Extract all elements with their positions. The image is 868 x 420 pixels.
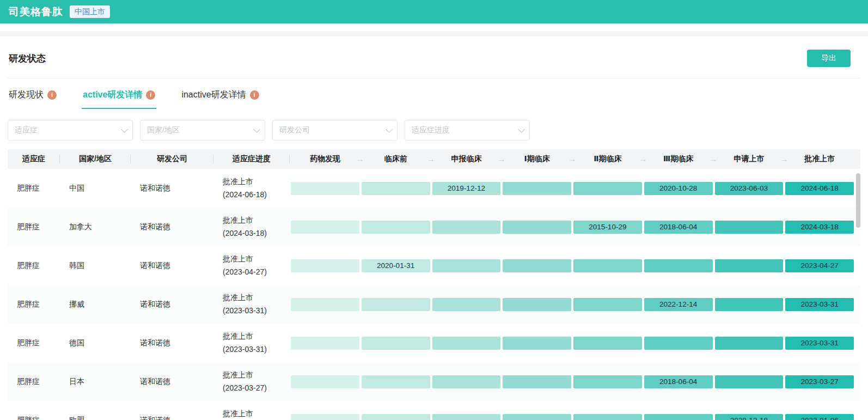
column-header: 适应症 [8, 149, 60, 169]
progress-status: 批准上市 [223, 369, 290, 382]
page-band [0, 31, 868, 36]
stage-segment [291, 298, 359, 311]
stage-segment [291, 375, 359, 388]
info-icon[interactable]: i [250, 90, 259, 100]
stage-cell [290, 375, 360, 388]
section-header: 研发状态 导出 [8, 36, 860, 78]
filter-placeholder: 适应症进度 [412, 125, 450, 135]
cell-region: 韩国 [60, 259, 131, 272]
tab[interactable]: active研发详情 i [82, 81, 156, 109]
stage-cell: 2023-06-03 [714, 182, 785, 195]
stage-cell: 2020-10-28 [643, 182, 714, 195]
stage-cell [431, 337, 502, 350]
stage-cell [572, 337, 643, 350]
stage-segment [573, 298, 642, 311]
stage-column-header: 批准上市 → [784, 149, 855, 169]
stage-segment [715, 221, 784, 234]
cell-progress: 批准上市 (2023-03-27) [213, 369, 290, 395]
stage-segment: 2023-03-31 [785, 337, 854, 350]
stage-cell [643, 414, 714, 420]
stage-cell [502, 337, 572, 350]
progress-status: 批准上市 [223, 407, 290, 420]
cell-company: 诺和诺德 [131, 221, 213, 234]
progress-status: 批准上市 [223, 253, 290, 266]
tab-label: active研发详情 [83, 89, 142, 101]
stage-segment: 2022-12-14 [644, 298, 713, 311]
stage-cell [290, 298, 360, 311]
cell-region: 挪威 [60, 298, 131, 311]
stage-segment: 2018-06-04 [644, 221, 713, 234]
stage-segment [432, 221, 501, 234]
stage-segment [644, 414, 713, 420]
stage-column-label: Ⅱ期临床 [594, 154, 621, 164]
table-row: 肥胖症 德国 诺和诺德 批准上市 (2023-03-31) 2023-03-31 [8, 324, 860, 362]
stage-segment: 2022-01-06 [785, 414, 854, 420]
tab[interactable]: inactive研发详情 i [180, 81, 260, 109]
stage-column-header: Ⅰ期临床 → [502, 149, 572, 169]
stage-column-label: Ⅲ期临床 [663, 154, 693, 164]
stage-segment: 2024-03-18 [785, 221, 854, 234]
stage-cell [431, 375, 502, 388]
cell-company: 诺和诺德 [131, 414, 213, 420]
stage-column-label: 批准上市 [804, 154, 835, 164]
column-header: 研发公司 [131, 149, 213, 169]
stage-cell [360, 337, 431, 350]
stage-segment [573, 375, 642, 388]
table-row: 肥胖症 中国 诺和诺德 批准上市 (2024-06-18) 2019-12-12… [8, 169, 860, 208]
cell-company: 诺和诺德 [131, 375, 213, 388]
cell-progress: 批准上市 (2024-06-18) [213, 175, 290, 202]
stage-cell [714, 337, 785, 350]
stage-cell [572, 298, 643, 311]
stage-segment [503, 414, 571, 420]
info-icon[interactable]: i [47, 90, 57, 100]
stage-segment [503, 259, 571, 272]
filter-placeholder: 研发公司 [279, 125, 310, 135]
stage-cell [714, 375, 785, 388]
stage-segment [644, 259, 713, 272]
cell-company: 诺和诺德 [131, 298, 213, 311]
progress-status: 批准上市 [223, 175, 290, 188]
stage-cell [290, 259, 360, 272]
filter-dropdown[interactable]: 研发公司 [272, 120, 398, 141]
rd-status-card: 研发状态 导出 研发现状 i active研发详情 i inactive研发详情… [0, 36, 868, 420]
info-icon[interactable]: i [146, 90, 155, 100]
chevron-down-icon [518, 126, 525, 133]
cell-indication: 肥胖症 [8, 375, 60, 388]
topbar: 司美格鲁肽 中国上市 [0, 0, 868, 23]
stage-cell: 2023-03-31 [784, 298, 855, 311]
filter-dropdown[interactable]: 国家/地区 [140, 120, 265, 141]
spacer [0, 23, 868, 31]
stage-cell [572, 182, 643, 195]
stage-segment [362, 414, 430, 420]
column-header: 国家/地区 [60, 149, 131, 169]
stage-segment [573, 259, 642, 272]
stage-segment: 2015-10-29 [573, 221, 642, 234]
stage-segment [503, 182, 571, 195]
export-button[interactable]: 导出 [807, 50, 851, 67]
stage-segment [715, 375, 784, 388]
section-title: 研发状态 [9, 52, 46, 65]
stage-cell [360, 414, 431, 420]
stage-cell [643, 259, 714, 272]
vertical-scrollbar[interactable] [856, 173, 860, 228]
stage-segment: 2023-06-03 [715, 182, 784, 195]
filter-dropdown[interactable]: 适应症 [8, 120, 133, 141]
stage-cell [431, 414, 502, 420]
stage-cell [360, 221, 431, 234]
stage-cell [572, 375, 643, 388]
stage-segment [362, 298, 430, 311]
progress-status: 批准上市 [223, 214, 290, 227]
table-row: 肥胖症 挪威 诺和诺德 批准上市 (2023-03-31) 2022-12-14… [8, 285, 860, 324]
tab[interactable]: 研发现状 i [8, 81, 58, 109]
cell-region: 德国 [60, 337, 131, 350]
table-row: 肥胖症 韩国 诺和诺德 批准上市 (2023-04-27) 2020-01-31… [8, 246, 860, 285]
stage-segment [715, 337, 784, 350]
stage-segment: 2023-03-31 [785, 298, 854, 311]
stage-segment [432, 337, 501, 350]
stage-cell: 2023-03-27 [784, 375, 855, 388]
table-row: 肥胖症 加拿大 诺和诺德 批准上市 (2024-03-18) 2015-10-2… [8, 208, 860, 246]
filter-dropdown[interactable]: 适应症进度 [405, 120, 530, 141]
stage-cell [502, 182, 572, 195]
stage-cell: 2018-06-04 [643, 221, 714, 234]
stage-segment [291, 221, 359, 234]
